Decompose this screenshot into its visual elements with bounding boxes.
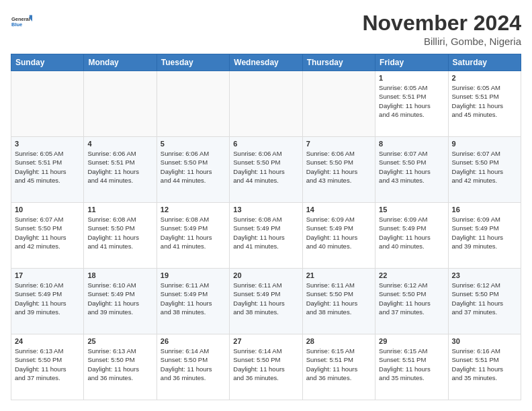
day-number: 14 bbox=[306, 205, 371, 214]
header: General Blue November 2024 Billiri, Gomb… bbox=[11, 11, 521, 47]
col-friday: Friday bbox=[375, 54, 448, 71]
day-number: 20 bbox=[233, 271, 298, 279]
day-info: Sunrise: 6:10 AMSunset: 5:49 PMDaylight:… bbox=[87, 281, 152, 316]
table-row bbox=[157, 71, 229, 137]
day-number: 17 bbox=[15, 271, 80, 279]
table-row bbox=[302, 71, 375, 137]
table-row: 28Sunrise: 6:15 AMSunset: 5:51 PMDayligh… bbox=[302, 334, 375, 400]
svg-text:Blue: Blue bbox=[11, 21, 22, 28]
day-info: Sunrise: 6:12 AMSunset: 5:50 PMDaylight:… bbox=[452, 281, 517, 316]
table-row: 21Sunrise: 6:11 AMSunset: 5:50 PMDayligh… bbox=[302, 269, 375, 334]
page: General Blue November 2024 Billiri, Gomb… bbox=[0, 0, 532, 411]
day-number: 26 bbox=[161, 337, 226, 345]
day-info: Sunrise: 6:15 AMSunset: 5:51 PMDaylight:… bbox=[379, 347, 444, 382]
day-number: 8 bbox=[379, 140, 444, 148]
col-sunday: Sunday bbox=[11, 54, 84, 71]
col-thursday: Thursday bbox=[302, 54, 375, 71]
day-info: Sunrise: 6:06 AMSunset: 5:50 PMDaylight:… bbox=[161, 149, 226, 185]
day-number: 23 bbox=[452, 271, 517, 279]
day-info: Sunrise: 6:05 AMSunset: 5:51 PMDaylight:… bbox=[15, 149, 80, 185]
day-info: Sunrise: 6:11 AMSunset: 5:50 PMDaylight:… bbox=[306, 281, 371, 316]
day-info: Sunrise: 6:08 AMSunset: 5:49 PMDaylight:… bbox=[233, 215, 298, 250]
table-row: 12Sunrise: 6:08 AMSunset: 5:49 PMDayligh… bbox=[157, 203, 229, 269]
logo-svg: General Blue bbox=[11, 11, 32, 32]
table-row: 25Sunrise: 6:13 AMSunset: 5:50 PMDayligh… bbox=[84, 334, 157, 400]
day-number: 5 bbox=[161, 140, 226, 148]
day-number: 25 bbox=[87, 337, 152, 345]
day-info: Sunrise: 6:14 AMSunset: 5:50 PMDaylight:… bbox=[161, 347, 226, 382]
table-row: 2Sunrise: 6:05 AMSunset: 5:51 PMDaylight… bbox=[448, 71, 521, 137]
table-row: 1Sunrise: 6:05 AMSunset: 5:51 PMDaylight… bbox=[375, 71, 448, 137]
day-info: Sunrise: 6:06 AMSunset: 5:51 PMDaylight:… bbox=[87, 149, 152, 185]
table-row: 8Sunrise: 6:07 AMSunset: 5:50 PMDaylight… bbox=[375, 137, 448, 203]
day-info: Sunrise: 6:13 AMSunset: 5:50 PMDaylight:… bbox=[15, 347, 80, 382]
table-row: 27Sunrise: 6:14 AMSunset: 5:50 PMDayligh… bbox=[230, 334, 302, 400]
day-info: Sunrise: 6:12 AMSunset: 5:50 PMDaylight:… bbox=[379, 281, 444, 316]
day-number: 16 bbox=[452, 205, 517, 214]
col-monday: Monday bbox=[84, 54, 157, 71]
day-number: 21 bbox=[306, 271, 371, 279]
svg-text:General: General bbox=[11, 16, 30, 22]
day-number: 28 bbox=[306, 337, 371, 345]
table-row: 20Sunrise: 6:11 AMSunset: 5:49 PMDayligh… bbox=[230, 269, 302, 334]
day-number: 18 bbox=[87, 271, 152, 279]
col-saturday: Saturday bbox=[448, 54, 521, 71]
day-info: Sunrise: 6:10 AMSunset: 5:49 PMDaylight:… bbox=[15, 281, 80, 316]
table-row: 30Sunrise: 6:16 AMSunset: 5:51 PMDayligh… bbox=[448, 334, 521, 400]
table-row bbox=[230, 71, 302, 137]
table-row: 29Sunrise: 6:15 AMSunset: 5:51 PMDayligh… bbox=[375, 334, 448, 400]
day-info: Sunrise: 6:09 AMSunset: 5:49 PMDaylight:… bbox=[306, 215, 371, 250]
day-info: Sunrise: 6:07 AMSunset: 5:50 PMDaylight:… bbox=[452, 149, 517, 185]
day-info: Sunrise: 6:07 AMSunset: 5:50 PMDaylight:… bbox=[15, 215, 80, 250]
day-number: 10 bbox=[15, 205, 80, 214]
table-row: 22Sunrise: 6:12 AMSunset: 5:50 PMDayligh… bbox=[375, 269, 448, 334]
table-row: 5Sunrise: 6:06 AMSunset: 5:50 PMDaylight… bbox=[157, 137, 229, 203]
calendar-week-row: 3Sunrise: 6:05 AMSunset: 5:51 PMDaylight… bbox=[11, 137, 521, 203]
table-row: 23Sunrise: 6:12 AMSunset: 5:50 PMDayligh… bbox=[448, 269, 521, 334]
day-info: Sunrise: 6:09 AMSunset: 5:49 PMDaylight:… bbox=[379, 215, 444, 250]
day-info: Sunrise: 6:06 AMSunset: 5:50 PMDaylight:… bbox=[233, 149, 298, 185]
calendar-week-row: 17Sunrise: 6:10 AMSunset: 5:49 PMDayligh… bbox=[11, 269, 521, 334]
day-number: 15 bbox=[379, 205, 444, 214]
day-info: Sunrise: 6:11 AMSunset: 5:49 PMDaylight:… bbox=[161, 281, 226, 316]
day-info: Sunrise: 6:14 AMSunset: 5:50 PMDaylight:… bbox=[233, 347, 298, 382]
day-number: 1 bbox=[379, 74, 444, 82]
calendar-week-row: 24Sunrise: 6:13 AMSunset: 5:50 PMDayligh… bbox=[11, 334, 521, 400]
day-info: Sunrise: 6:08 AMSunset: 5:50 PMDaylight:… bbox=[87, 215, 152, 250]
table-row: 16Sunrise: 6:09 AMSunset: 5:49 PMDayligh… bbox=[448, 203, 521, 269]
calendar-table: Sunday Monday Tuesday Wednesday Thursday… bbox=[11, 54, 521, 400]
table-row: 24Sunrise: 6:13 AMSunset: 5:50 PMDayligh… bbox=[11, 334, 84, 400]
col-tuesday: Tuesday bbox=[157, 54, 229, 71]
day-info: Sunrise: 6:09 AMSunset: 5:49 PMDaylight:… bbox=[452, 215, 517, 250]
day-number: 2 bbox=[452, 74, 517, 82]
table-row: 9Sunrise: 6:07 AMSunset: 5:50 PMDaylight… bbox=[448, 137, 521, 203]
table-row: 10Sunrise: 6:07 AMSunset: 5:50 PMDayligh… bbox=[11, 203, 84, 269]
weekday-header-row: Sunday Monday Tuesday Wednesday Thursday… bbox=[11, 54, 521, 71]
day-number: 22 bbox=[379, 271, 444, 279]
table-row: 13Sunrise: 6:08 AMSunset: 5:49 PMDayligh… bbox=[230, 203, 302, 269]
day-info: Sunrise: 6:13 AMSunset: 5:50 PMDaylight:… bbox=[87, 347, 152, 382]
day-number: 7 bbox=[306, 140, 371, 148]
table-row: 7Sunrise: 6:06 AMSunset: 5:50 PMDaylight… bbox=[302, 137, 375, 203]
table-row: 4Sunrise: 6:06 AMSunset: 5:51 PMDaylight… bbox=[84, 137, 157, 203]
day-number: 4 bbox=[87, 140, 152, 148]
table-row: 18Sunrise: 6:10 AMSunset: 5:49 PMDayligh… bbox=[84, 269, 157, 334]
calendar-week-row: 10Sunrise: 6:07 AMSunset: 5:50 PMDayligh… bbox=[11, 203, 521, 269]
calendar-week-row: 1Sunrise: 6:05 AMSunset: 5:51 PMDaylight… bbox=[11, 71, 521, 137]
day-number: 29 bbox=[379, 337, 444, 345]
day-number: 27 bbox=[233, 337, 298, 345]
day-info: Sunrise: 6:07 AMSunset: 5:50 PMDaylight:… bbox=[379, 149, 444, 185]
day-info: Sunrise: 6:16 AMSunset: 5:51 PMDaylight:… bbox=[452, 347, 517, 382]
day-number: 11 bbox=[87, 205, 152, 214]
day-number: 24 bbox=[15, 337, 80, 345]
day-number: 19 bbox=[161, 271, 226, 279]
day-number: 3 bbox=[15, 140, 80, 148]
day-info: Sunrise: 6:05 AMSunset: 5:51 PMDaylight:… bbox=[379, 83, 444, 119]
day-number: 12 bbox=[161, 205, 226, 214]
table-row: 19Sunrise: 6:11 AMSunset: 5:49 PMDayligh… bbox=[157, 269, 229, 334]
day-info: Sunrise: 6:05 AMSunset: 5:51 PMDaylight:… bbox=[452, 83, 517, 119]
day-number: 9 bbox=[452, 140, 517, 148]
table-row: 17Sunrise: 6:10 AMSunset: 5:49 PMDayligh… bbox=[11, 269, 84, 334]
table-row: 6Sunrise: 6:06 AMSunset: 5:50 PMDaylight… bbox=[230, 137, 302, 203]
table-row: 14Sunrise: 6:09 AMSunset: 5:49 PMDayligh… bbox=[302, 203, 375, 269]
